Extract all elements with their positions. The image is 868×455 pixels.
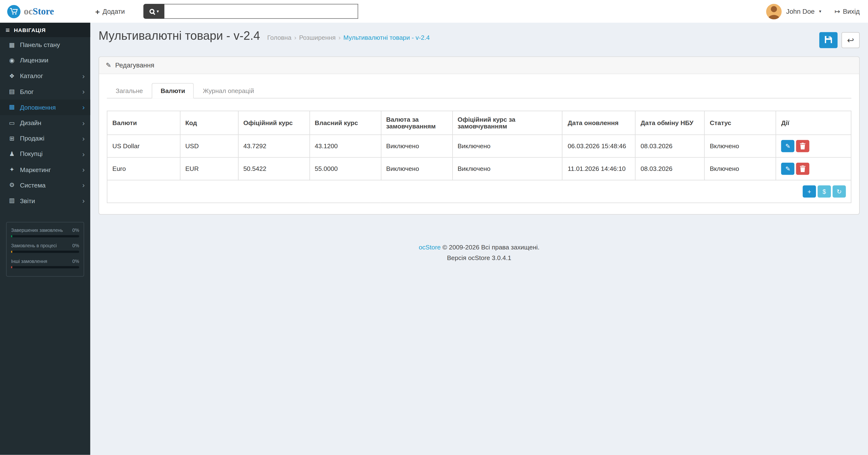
sidebar-item-sales[interactable]: ⊞Продажі› — [0, 131, 90, 146]
add-button-label: Додати — [102, 7, 125, 15]
table-cell: Виключено — [381, 135, 452, 157]
sidebar-item-label: Покупці — [20, 151, 83, 157]
sidebar-item-catalog[interactable]: ❖Каталог› — [0, 68, 90, 84]
update-rates-button[interactable]: $ — [817, 185, 831, 198]
table-cell: Виключено — [381, 157, 452, 180]
user-menu[interactable]: John Doe ▾ — [766, 4, 821, 19]
breadcrumb-item[interactable]: Головна — [267, 34, 291, 41]
actions-cell-container: ✎ — [776, 135, 851, 157]
sidebar-item-system[interactable]: ⚙Система› — [0, 177, 90, 193]
panel-heading-label: Редагування — [115, 61, 154, 69]
actions-cell-container: ✎ — [776, 157, 851, 180]
head-actions: ↩ — [819, 32, 860, 48]
sidebar-item-blog[interactable]: ▤Блог› — [0, 84, 90, 100]
breadcrumb: Головна›Розширення›Мультивалютні товари … — [267, 34, 430, 41]
table-foot: +$↻ — [107, 180, 851, 203]
chevron-right-icon: › — [82, 135, 85, 142]
sidebar-item-dashboard[interactable]: ▦Панель стану — [0, 37, 90, 53]
stat-label: Замовлень в процесі — [11, 243, 57, 249]
add-button[interactable]: +Додати — [95, 7, 125, 15]
save-button[interactable] — [819, 32, 838, 48]
column-header: Дії — [776, 111, 851, 135]
table-footer-actions: +$↻ — [112, 185, 846, 198]
footer-version: Версія ocStore 3.0.4.1 — [99, 253, 860, 263]
table-cell: 43.1200 — [310, 135, 381, 157]
table-cell: US Dollar — [107, 135, 180, 157]
chevron-right-icon: › — [82, 88, 85, 95]
breadcrumb-item[interactable]: Мультивалютні товари - v-2.4 — [343, 34, 430, 41]
add-currency-button[interactable]: + — [803, 185, 816, 198]
table-cell: EUR — [180, 157, 238, 180]
header-left: +Додати ▾ — [90, 4, 358, 19]
sidebar-item-label: Дизайн — [20, 120, 83, 126]
logout-button[interactable]: ↦ Вихід — [835, 7, 860, 15]
stat-label: Інші замовлення — [11, 258, 47, 264]
sidebar-item-label: Доповнення — [20, 104, 83, 110]
tab-inactive[interactable]: Загальне — [107, 83, 152, 98]
footer-copyright-text: © 2009-2026 Всі права захищені. — [441, 244, 539, 251]
marketing-icon: ✦ — [7, 166, 17, 173]
search-group: ▾ — [144, 4, 359, 19]
search-input[interactable] — [165, 4, 359, 19]
table-row: EuroEUR50.542255.0000ВиключеноВиключено1… — [107, 157, 851, 180]
table-cell: 50.5422 — [238, 157, 309, 180]
tab-inactive[interactable]: Журнал операцій — [194, 83, 263, 98]
chevron-right-icon: › — [82, 104, 85, 111]
stat-top: Замовлень в процесі0% — [11, 243, 79, 249]
sidebar-stat: Замовлень в процесі0% — [11, 243, 79, 253]
column-header: Дата оновлення — [562, 111, 635, 135]
caret-down-icon: ▾ — [157, 9, 159, 14]
edit-button[interactable]: ✎ — [781, 140, 795, 152]
logout-label: Вихід — [843, 7, 860, 15]
currencies-table: ВалютиКодОфіційний курсВласний курсВалют… — [107, 110, 851, 203]
table-cell: 06.03.2026 15:48:46 — [562, 135, 635, 157]
customers-icon: ♟ — [7, 151, 17, 158]
header-right: John Doe ▾ ↦ Вихід — [766, 4, 868, 19]
save-icon — [825, 36, 832, 44]
stat-label: Завершених замовлень — [11, 228, 63, 233]
blog-icon: ▤ — [7, 88, 17, 95]
chevron-right-icon: › — [82, 151, 85, 158]
sidebar-item-reports[interactable]: ▥Звіти› — [0, 193, 90, 209]
sidebar-section-header: ≡ НАВІГАЦІЯ — [0, 23, 90, 37]
stat-top: Інші замовлення0% — [11, 258, 79, 264]
sidebar-item-extensions[interactable]: ▩Доповнення› — [0, 100, 90, 115]
edit-button[interactable]: ✎ — [781, 163, 795, 175]
stat-progress-bar — [11, 251, 79, 253]
breadcrumb-item[interactable]: Розширення — [299, 34, 336, 41]
footer-copyright: ocStore © 2009-2026 Всі права захищені. — [99, 242, 860, 253]
delete-button[interactable] — [796, 163, 809, 175]
stat-value: 0% — [72, 228, 79, 233]
sidebar-item-license[interactable]: ◉Лицензии — [0, 53, 90, 68]
design-icon: ▭ — [7, 119, 17, 127]
pencil-icon: ✎ — [785, 166, 790, 172]
sidebar-item-customers[interactable]: ♟Покупці› — [0, 146, 90, 162]
table-cell: 11.01.2026 14:46:10 — [562, 157, 635, 180]
logo[interactable]: ocStore — [0, 0, 90, 23]
back-button[interactable]: ↩ — [841, 32, 860, 48]
sidebar-stat: Завершених замовлень0% — [11, 228, 79, 237]
delete-button[interactable] — [796, 140, 809, 152]
user-name: John Doe — [786, 7, 815, 15]
sidebar-item-marketing[interactable]: ✦Маркетинг› — [0, 162, 90, 177]
sidebar-item-design[interactable]: ▭Дизайн› — [0, 115, 90, 131]
table-cell: Включено — [705, 157, 776, 180]
footer-brand-link[interactable]: ocStore — [419, 244, 441, 251]
sidebar-item-label: Система — [20, 182, 83, 189]
pencil-icon: ✎ — [106, 61, 112, 69]
sidebar-item-label: Блог — [20, 89, 83, 95]
logout-icon: ↦ — [835, 7, 840, 15]
table-cell: Виключено — [452, 135, 562, 157]
sidebar-item-label: Маркетинг — [20, 166, 83, 173]
stat-progress-bar — [11, 235, 79, 237]
table-row: US DollarUSD43.729243.1200ВиключеноВиклю… — [107, 135, 851, 157]
tab-active[interactable]: Валюти — [152, 83, 194, 98]
sales-icon: ⊞ — [7, 135, 17, 142]
column-header: Дата обміну НБУ — [635, 111, 705, 135]
panel-body: ЗагальнеВалютиЖурнал операцій ВалютиКодО… — [99, 74, 859, 214]
refresh-button[interactable]: ↻ — [833, 185, 846, 198]
search-button[interactable]: ▾ — [144, 4, 165, 19]
table-cell: USD — [180, 135, 238, 157]
top-header: ocStore +Додати ▾ John Doe ▾ ↦ Вихід — [0, 0, 868, 23]
main-content: Мультивалютні товари - v-2.4 Головна›Роз… — [90, 23, 868, 455]
